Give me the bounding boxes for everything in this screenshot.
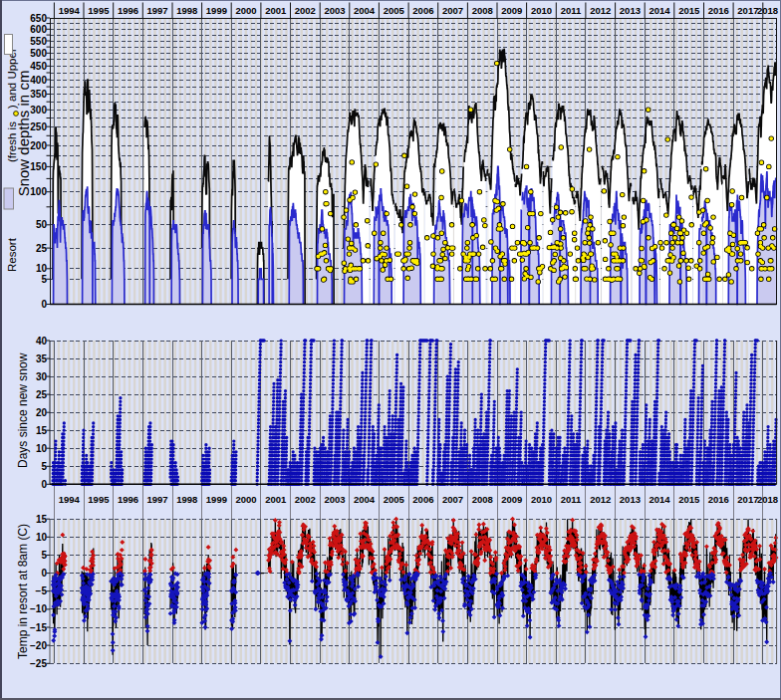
svg-text:2000: 2000 [236,494,257,505]
svg-text:Temp in resort at 8am (C): Temp in resort at 8am (C) [16,524,30,659]
svg-text:2007: 2007 [442,494,463,505]
svg-text:Snow depths in cm: Snow depths in cm [15,71,32,197]
svg-text:2015: 2015 [678,5,700,16]
svg-text:5: 5 [41,461,47,472]
svg-text:1998: 1998 [176,494,197,505]
svg-text:Resort: Resort [6,237,18,272]
svg-text:1994: 1994 [59,5,81,16]
svg-text:2009: 2009 [501,5,522,16]
svg-text:2006: 2006 [412,494,433,505]
svg-text:10: 10 [36,532,48,543]
svg-text:30: 30 [36,371,48,382]
svg-text:200: 200 [30,140,47,151]
svg-text:2006: 2006 [412,5,433,16]
svg-text:400: 400 [30,75,47,86]
svg-text:2005: 2005 [384,494,405,505]
svg-text:500: 500 [30,48,47,59]
svg-text:2012: 2012 [590,5,611,16]
svg-text:2001: 2001 [265,5,287,16]
svg-text:1995: 1995 [88,494,110,505]
svg-text:25: 25 [36,243,48,254]
svg-text:2017: 2017 [737,494,758,505]
svg-text:0: 0 [41,568,47,579]
svg-text:250: 250 [30,121,47,132]
svg-text:2003: 2003 [324,5,345,16]
svg-text:−25: −25 [30,658,47,669]
svg-text:2014: 2014 [649,494,670,505]
svg-text:15: 15 [36,514,48,525]
svg-text:50: 50 [36,219,48,230]
svg-text:2010: 2010 [531,5,552,16]
svg-text:2010: 2010 [531,494,552,505]
svg-text:−10: −10 [30,603,47,614]
svg-text:2005: 2005 [384,5,405,16]
svg-text:2003: 2003 [324,494,345,505]
svg-text:2004: 2004 [354,5,376,16]
svg-text:350: 350 [30,89,47,100]
svg-text:2011: 2011 [561,494,582,505]
svg-text:0: 0 [41,479,47,490]
svg-text:10: 10 [36,263,48,274]
svg-text:1995: 1995 [88,5,110,16]
svg-text:2002: 2002 [295,5,316,16]
svg-text:5: 5 [41,274,47,285]
svg-text:1994: 1994 [59,494,81,505]
svg-text:1999: 1999 [206,5,227,16]
svg-text:550: 550 [30,36,47,47]
svg-text:650: 650 [30,13,47,24]
svg-text:1997: 1997 [147,494,168,505]
svg-text:1996: 1996 [118,494,138,505]
svg-text:2017: 2017 [737,5,758,16]
svg-text:2015: 2015 [678,494,700,505]
svg-text:2002: 2002 [295,494,316,505]
svg-text:25: 25 [36,389,48,400]
svg-text:2009: 2009 [501,494,522,505]
svg-text:2016: 2016 [708,5,729,16]
svg-text:150: 150 [30,161,47,172]
svg-text:5: 5 [41,550,47,561]
svg-text:2008: 2008 [472,494,493,505]
svg-text:−15: −15 [30,622,47,633]
svg-text:1998: 1998 [176,5,197,16]
svg-text:2012: 2012 [590,494,611,505]
svg-text:−5: −5 [36,585,48,596]
svg-text:−20: −20 [30,640,47,651]
svg-text:20: 20 [36,407,48,418]
svg-text:Days since new snow: Days since new snow [16,352,30,468]
svg-text:2007: 2007 [442,5,463,16]
svg-text:10: 10 [36,443,48,454]
svg-text:2016: 2016 [708,494,729,505]
svg-text:2013: 2013 [620,5,641,16]
svg-text:2000: 2000 [236,5,257,16]
svg-text:2018: 2018 [757,5,778,16]
svg-text:1997: 1997 [147,5,168,16]
svg-text:15: 15 [36,425,48,436]
svg-text:100: 100 [30,186,47,197]
svg-text:2004: 2004 [354,494,376,505]
svg-text:2008: 2008 [472,5,493,16]
svg-text:40: 40 [36,336,48,347]
svg-text:300: 300 [30,105,47,116]
svg-text:450: 450 [30,61,47,72]
svg-text:2018: 2018 [757,494,778,505]
svg-text:0: 0 [41,299,47,310]
svg-text:2001: 2001 [265,494,287,505]
svg-text:1996: 1996 [118,5,138,16]
svg-text:2011: 2011 [561,5,582,16]
svg-text:600: 600 [30,24,47,35]
svg-text:2014: 2014 [649,5,670,16]
svg-text:1999: 1999 [206,494,227,505]
svg-text:2013: 2013 [620,494,641,505]
svg-text:35: 35 [36,353,48,364]
